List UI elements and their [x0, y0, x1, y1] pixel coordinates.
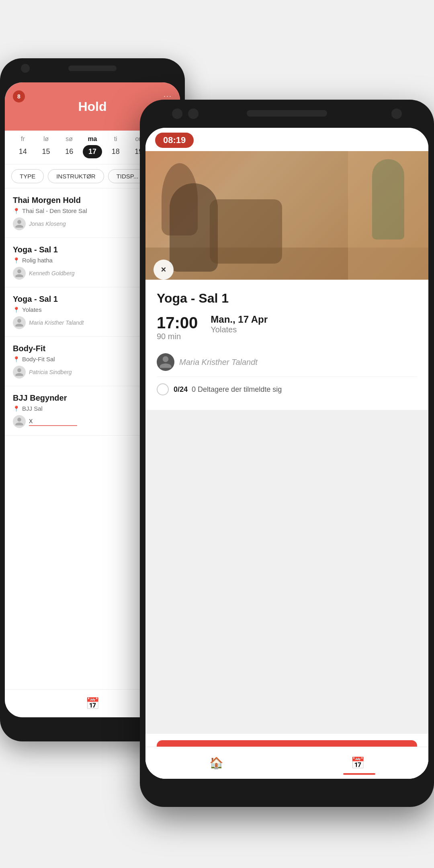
day-label-ma[interactable]: ma — [83, 135, 102, 143]
instructor-avatar — [13, 415, 26, 428]
class-date: Man., 17 Apr — [211, 314, 268, 325]
day-label-ti[interactable]: ti — [106, 135, 125, 143]
close-button[interactable]: × — [154, 260, 174, 280]
day-label-lo[interactable]: lø — [37, 135, 56, 143]
hero-container: × — [145, 151, 428, 280]
instructor-avatar — [13, 316, 26, 329]
location-icon: 📍 — [13, 257, 20, 264]
instructor-name: Kenneth Goldberg — [29, 270, 75, 276]
instructor-name: Maria Kristher Talandt — [29, 319, 84, 326]
front-camera-left — [172, 108, 182, 119]
active-tab-indicator — [343, 773, 375, 775]
detail-instructor-avatar — [157, 353, 174, 371]
calendar-nav-icon-front[interactable]: 📅 — [351, 756, 365, 770]
filter-type[interactable]: TYPE — [11, 169, 44, 183]
back-phone-camera — [21, 64, 30, 73]
hero-image — [145, 151, 428, 280]
front-camera-right — [188, 108, 199, 119]
participants-text: 0/24 0 Deltagere der tilmeldte sig — [174, 385, 282, 394]
front-phone: 08:19 × — [140, 100, 434, 807]
calendar-nav-icon[interactable]: 📅 — [86, 697, 100, 710]
location-text: Yolates — [22, 306, 42, 313]
location-icon: 📍 — [13, 208, 20, 214]
class-duration: 90 min — [157, 332, 198, 341]
notification-badge: 8 — [13, 90, 25, 102]
day-num-16[interactable]: 16 — [59, 145, 79, 158]
back-phone-notch — [68, 66, 117, 71]
instructor-name: Jonas Kloseng — [29, 221, 66, 227]
class-detail-title: Yoga - Sal 1 — [157, 291, 417, 306]
detail-instructor-row: Maria Kristher Talandt — [157, 348, 417, 377]
day-label-fr[interactable]: fr — [13, 135, 33, 143]
class-time: 17:00 — [157, 314, 198, 332]
front-bottom-nav: 🏠 📅 — [145, 747, 428, 779]
gray-spacer — [145, 410, 428, 734]
location-icon: 📍 — [13, 405, 20, 412]
filter-instructor[interactable]: INSTRUKTØR — [48, 169, 104, 183]
location-text: Body-Fit Sal — [22, 356, 55, 362]
status-bar: 08:19 — [145, 128, 428, 151]
participants-row: 0/24 0 Deltagere der tilmeldte sig — [157, 377, 417, 402]
day-num-18[interactable]: 18 — [106, 145, 125, 158]
front-camera-right2 — [391, 108, 402, 119]
instructor-search-input[interactable] — [29, 417, 77, 426]
detail-instructor-name: Maria Kristher Talandt — [179, 358, 258, 367]
day-num-17[interactable]: 17 — [83, 145, 102, 158]
day-num-14[interactable]: 14 — [13, 145, 33, 158]
class-type: Yolates — [211, 325, 268, 334]
detail-card: Yoga - Sal 1 17:00 90 min Man., 17 Apr Y… — [145, 280, 428, 410]
location-text: BJJ Sal — [22, 405, 43, 412]
instructor-avatar — [13, 217, 26, 230]
day-num-15[interactable]: 15 — [37, 145, 56, 158]
front-phone-screen: 08:19 × — [145, 128, 428, 779]
participants-radio[interactable] — [157, 383, 169, 395]
time-display: 08:19 — [155, 133, 194, 148]
location-icon: 📍 — [13, 307, 20, 313]
location-text: Thai Sal - Den Store Sal — [22, 207, 87, 214]
instructor-avatar — [13, 366, 26, 379]
time-date-row: 17:00 90 min Man., 17 Apr Yolates — [157, 314, 417, 341]
location-icon: 📍 — [13, 356, 20, 362]
day-label-so[interactable]: sø — [59, 135, 79, 143]
location-text: Rolig hatha — [22, 257, 53, 264]
instructor-name: Patricia Sindberg — [29, 369, 72, 375]
home-nav-icon[interactable]: 🏠 — [209, 756, 223, 770]
instructor-avatar — [13, 267, 26, 280]
screen-title: Hold — [78, 99, 106, 114]
more-options-icon[interactable]: ... — [164, 90, 172, 99]
front-speaker — [247, 110, 327, 117]
